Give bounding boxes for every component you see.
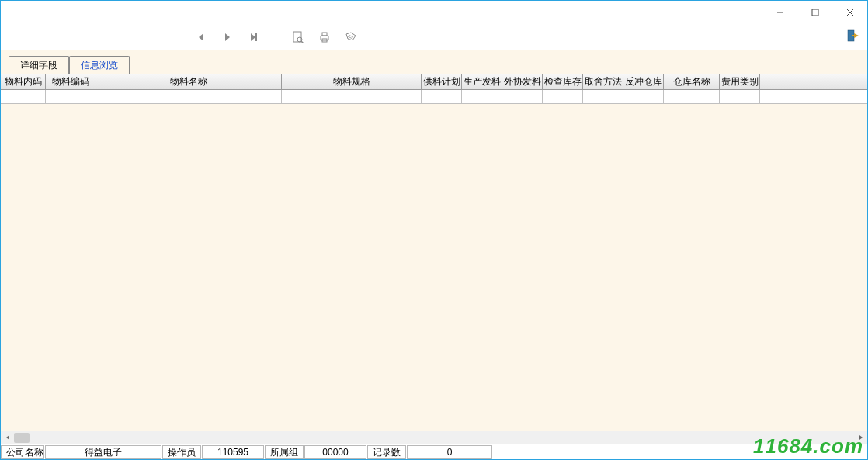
toolbar [1,24,867,50]
exit-icon[interactable] [847,29,861,45]
cell[interactable] [46,90,95,104]
scroll-left-icon[interactable] [1,431,14,444]
svg-marker-19 [6,435,9,440]
grid-empty-row[interactable] [1,90,867,104]
cell[interactable] [95,90,282,104]
scroll-thumb[interactable] [14,433,30,443]
nav-prev-icon[interactable] [193,29,209,45]
cell[interactable] [720,90,760,104]
status-group-label: 所属组 [265,445,304,459]
status-records-value: 0 [407,445,492,459]
horizontal-scrollbar[interactable] [1,431,867,444]
status-bar: 公司名称 得益电子 操作员 110595 所属组 00000 记录数 0 [1,444,867,459]
svg-line-10 [301,41,304,43]
tag-icon[interactable] [343,29,359,45]
print-icon[interactable] [317,29,332,45]
grid-empty-area [1,104,867,431]
svg-marker-6 [251,33,255,41]
col-backflush-warehouse[interactable]: 反冲仓库 [623,74,664,89]
maximize-button[interactable] [797,1,832,24]
tab-strip: 详细字段 信息浏览 [1,50,867,74]
toolbar-separator [276,29,276,45]
content-area: 详细字段 信息浏览 物料内码 物料编码 物料名称 物料规格 供料计划 生产发料 … [1,50,867,444]
close-button[interactable] [832,1,867,24]
scroll-track[interactable] [14,431,854,444]
col-production-issue[interactable]: 生产发料 [462,74,502,89]
col-supply-plan[interactable]: 供料计划 [422,74,462,89]
col-check-stock[interactable]: 检查库存 [543,74,583,89]
col-material-spec[interactable]: 物料规格 [282,74,422,89]
grid-header-row: 物料内码 物料编码 物料名称 物料规格 供料计划 生产发料 外协发料 检查库存 … [1,74,867,90]
col-warehouse-name[interactable]: 仓库名称 [664,74,720,89]
col-rounding-method[interactable]: 取舍方法 [583,74,623,89]
status-operator-value: 110595 [202,445,264,459]
nav-next-icon[interactable] [220,29,235,45]
svg-marker-20 [859,435,863,440]
col-outsource-issue[interactable]: 外协发料 [502,74,543,89]
svg-rect-12 [322,33,327,36]
status-company-label: 公司名称 [1,445,44,459]
cell[interactable] [623,90,664,104]
scroll-right-icon[interactable] [854,431,867,444]
nav-last-icon[interactable] [246,29,262,45]
preview-icon[interactable] [290,29,306,45]
tab-detail-fields[interactable]: 详细字段 [9,56,69,74]
cell[interactable] [462,90,502,104]
titlebar [1,1,867,24]
svg-marker-4 [199,33,203,41]
col-expense-category[interactable]: 费用类别 [720,74,760,89]
svg-rect-1 [812,9,818,16]
cell[interactable] [583,90,623,104]
tab-info-browse[interactable]: 信息浏览 [69,56,130,74]
minimize-button[interactable] [762,1,797,24]
cell[interactable] [282,90,422,104]
status-records-label: 记录数 [367,445,406,459]
col-material-name[interactable]: 物料名称 [95,74,282,89]
status-operator-label: 操作员 [162,445,201,459]
col-material-internal-code[interactable]: 物料内码 [1,74,46,89]
cell[interactable] [543,90,583,104]
cell[interactable] [1,90,46,104]
toolbar-nav-group [193,29,359,45]
svg-marker-5 [225,33,230,41]
cell[interactable] [422,90,462,104]
app-window: 详细字段 信息浏览 物料内码 物料编码 物料名称 物料规格 供料计划 生产发料 … [0,0,868,460]
status-company-value: 得益电子 [45,445,161,459]
cell[interactable] [502,90,543,104]
data-grid: 物料内码 物料编码 物料名称 物料规格 供料计划 生产发料 外协发料 检查库存 … [1,74,867,444]
status-group-value: 00000 [304,445,366,459]
cell[interactable] [664,90,720,104]
svg-rect-7 [255,33,257,41]
col-material-code[interactable]: 物料编码 [46,74,95,89]
